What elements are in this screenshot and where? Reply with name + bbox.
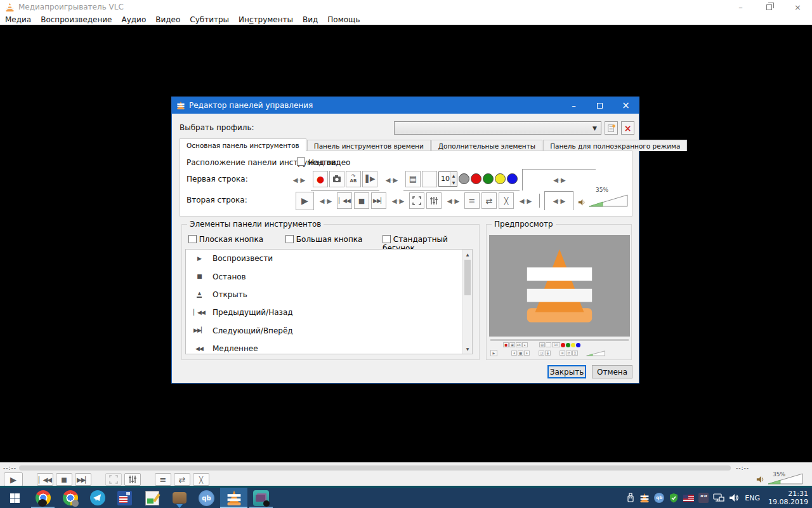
stop-widget-button[interactable]: ■ [354,192,369,209]
menu-view[interactable]: Вид [303,15,318,24]
dialog-titlebar[interactable]: Редактор панелей управления – × [172,97,639,114]
tab-main-toolbar[interactable]: Основная панель инструментов [180,138,306,151]
qbittorrent-tray-icon[interactable]: qb [654,493,664,503]
dialog-minimize-button[interactable]: – [561,97,587,114]
antivirus-shield-icon[interactable] [669,493,679,503]
volume-icon[interactable] [756,474,765,485]
extended-settings-button[interactable] [124,473,141,486]
delete-profile-button[interactable]: × [621,121,634,135]
slider-widget-box[interactable]: ◀┄▶ [522,169,596,190]
spacer-widget[interactable]: ◀┄▶ [443,197,462,204]
dialog-maximize-button[interactable] [587,97,613,114]
shuffle-button[interactable]: ╳ [193,473,209,486]
tab-time-toolbar[interactable]: Панель инструментов времени [307,140,431,151]
next-button[interactable]: ▶▶▏ [75,473,91,486]
spacer-widget[interactable]: ◀┄▶ [316,197,335,204]
big-button-option[interactable]: Большая кнопка [285,235,362,244]
gray-dot-widget[interactable] [459,173,469,184]
list-item-open[interactable]: ▲ Открыть [186,286,472,304]
list-item-slower[interactable]: ◀◀ Медленнее [186,340,472,354]
spacer-widget[interactable]: ◀┄▶ [289,177,308,184]
main-restore-button[interactable] [755,0,783,14]
network-icon[interactable] [713,493,724,503]
playlist-widget-button[interactable]: ▤ [405,171,421,187]
snapshot-button[interactable] [329,171,344,187]
taskbar-folders-app[interactable] [247,488,275,508]
tab-advanced-widget[interactable]: Дополнительные элементы [431,140,542,151]
volume-tray-icon[interactable] [729,493,739,503]
close-dialog-button[interactable]: Закрыть [547,365,586,378]
list-item-stop[interactable]: ■ Останов [186,267,472,285]
menu-video[interactable]: Видео [155,15,180,24]
list-scrollbar[interactable]: ▲ ▼ [462,250,472,354]
spacer-widget[interactable]: ◀┄▶ [382,177,401,184]
taskbar-chrome-incognito[interactable] [29,488,56,508]
slider-widget-box2[interactable]: ◀┄▶ [544,191,573,210]
seek-slider[interactable] [19,465,731,471]
next-widget-button[interactable]: ▶▶▏ [371,192,386,209]
stop-button[interactable]: ■ [56,473,72,486]
record-button[interactable]: ● [313,171,328,187]
list-item-play[interactable]: ▶ Воспроизвести [186,250,472,267]
frame-by-frame-button[interactable]: ▌▶ [362,171,377,187]
spin-down-icon[interactable]: ▼ [450,179,457,186]
taskbar-floppy-app[interactable] [111,488,138,508]
play-widget-button[interactable]: ▶ [296,192,314,210]
big-button-checkbox[interactable] [285,235,294,243]
taskbar-editor-app[interactable] [138,488,166,508]
flat-button-checkbox[interactable] [188,235,197,243]
previous-button[interactable]: ▏◀◀ [37,473,53,486]
menu-audio[interactable]: Аудио [122,15,147,24]
green-dot-widget[interactable] [483,173,494,184]
taskbar-vlc[interactable] [220,488,247,508]
cancel-button[interactable]: Отмена [592,365,632,378]
usb-icon[interactable] [626,493,635,503]
language-indicator[interactable]: ENG [745,494,760,502]
spacer-widget[interactable]: ◀┄▶ [516,197,535,204]
fullscreen-widget-button[interactable] [409,192,424,209]
shuffle-widget-button[interactable]: ╳ [499,192,514,209]
spacer-widget[interactable]: ◀┄▶ [388,197,407,204]
scroll-thumb[interactable] [464,260,471,295]
menu-subtitles[interactable]: Субтитры [190,15,229,24]
native-slider-checkbox[interactable] [383,235,391,243]
main-minimize-button[interactable]: – [726,0,755,14]
new-profile-button[interactable] [605,121,618,135]
yellow-dot-widget[interactable] [495,173,506,184]
flat-button-option[interactable]: Плоская кнопка [188,235,263,244]
start-button[interactable] [0,488,29,508]
playlist-button[interactable]: ≡ [155,473,171,486]
red-dot-widget[interactable] [471,173,481,184]
taskbar-chrome[interactable] [56,488,84,508]
menu-media[interactable]: Медиа [5,15,31,24]
loop-widget-button[interactable]: ⇄ [481,192,497,209]
tab-fullscreen-controller[interactable]: Панель для полноэкранного режима [543,140,687,151]
blank-widget-button[interactable] [422,171,437,187]
taskbar-telegram[interactable] [84,488,111,508]
main-close-button[interactable]: × [783,0,812,14]
equalizer-widget-button[interactable] [426,192,442,209]
loop-button[interactable]: ⇄ [174,473,190,486]
menu-help[interactable]: Помощь [327,15,360,24]
fullscreen-button[interactable] [105,473,122,486]
profile-select[interactable]: ▼ [394,121,601,135]
blue-dot-widget[interactable] [507,173,518,184]
menu-tools[interactable]: Инструменты [239,15,293,24]
play-button[interactable]: ▶ [4,472,23,486]
list-item-previous[interactable]: ▏◀◀ Предыдущий/Назад [186,304,472,321]
previous-widget-button[interactable]: ▏◀◀ [337,192,352,209]
taskbar-hand-app[interactable] [166,488,193,508]
scroll-up-icon[interactable]: ▲ [463,250,472,259]
quotes-app-icon[interactable]: ”” [698,493,709,503]
taskbar-qbittorrent[interactable]: qb [193,488,220,508]
scroll-down-icon[interactable]: ▼ [463,344,472,354]
speed-spinbox[interactable]: 100 ▲▼ [438,171,457,187]
list-item-next[interactable]: ▶▶▏ Следующий/Вперёд [186,322,472,340]
volume-widget-slider[interactable] [589,194,628,207]
dialog-close-button[interactable]: × [613,97,639,114]
menu-playback[interactable]: Воспроизведение [41,15,112,24]
vlc-tray-icon[interactable] [639,493,650,503]
ab-loop-button[interactable]: ↷AB [346,171,361,187]
playlist-widget-button2[interactable]: ≡ [464,192,480,209]
spin-up-icon[interactable]: ▲ [450,172,457,179]
